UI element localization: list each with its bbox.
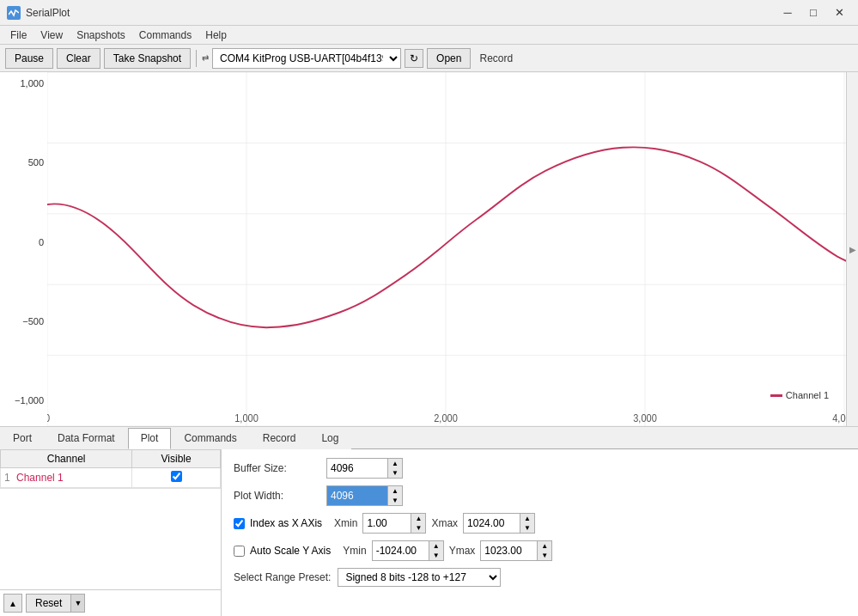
side-panel-toggle[interactable]: ▶ — [846, 72, 858, 426]
y-label-n500: −500 — [0, 317, 44, 326]
channel-name: Channel 1 — [16, 472, 64, 484]
reset-area: ▲ Reset ▼ — [0, 589, 221, 616]
ymax-label: Ymax — [449, 545, 476, 557]
xmax-spinners: ▲ ▼ — [520, 514, 534, 533]
panel-content: Channel Visible 1 Channel 1 — [0, 449, 858, 616]
ymin-up[interactable]: ▲ — [429, 541, 443, 551]
ymax-down[interactable]: ▼ — [538, 551, 551, 560]
close-button[interactable]: ✕ — [827, 4, 851, 21]
svg-text:2,000: 2,000 — [434, 412, 458, 423]
tab-data-format[interactable]: Data Format — [45, 428, 128, 449]
y-label-0: 0 — [0, 238, 44, 247]
reset-dropdown-arrow[interactable]: ▼ — [70, 595, 84, 612]
tab-plot[interactable]: Plot — [128, 428, 172, 449]
ymax-input-group: 1023.00 ▲ ▼ — [480, 540, 552, 561]
chart-canvas: 0 1,000 2,000 3,000 4,000 Channel 1 — [47, 72, 846, 426]
svg-text:4,000: 4,000 — [832, 412, 846, 423]
toolbar: Pause Clear Take Snapshot ⇄ COM4 KitProg… — [0, 45, 858, 72]
svg-text:1,000: 1,000 — [234, 412, 259, 423]
pause-button[interactable]: Pause — [5, 48, 53, 69]
buffer-size-down[interactable]: ▼ — [388, 468, 402, 478]
port-selector: ⇄ COM4 KitProg USB-UART[04b4f139] — [202, 48, 401, 69]
xmax-up[interactable]: ▲ — [520, 514, 534, 523]
y-axis: 1,000 500 0 −500 −1,000 — [0, 72, 47, 426]
plot-area: 1,000 500 0 −500 −1,000 — [0, 72, 858, 427]
ymin-spinners: ▲ ▼ — [429, 541, 443, 560]
xmin-input[interactable]: 1.00 — [363, 514, 411, 533]
port-dropdown[interactable]: COM4 KitProg USB-UART[04b4f139] — [212, 48, 401, 69]
plot-width-row: Plot Width: 4096 ▲ ▼ — [234, 485, 846, 506]
range-preset-select[interactable]: Signed 8 bits -128 to +127 Unsigned 8 bi… — [338, 568, 501, 587]
channel-visible-checkbox[interactable] — [171, 471, 182, 482]
ymin-input[interactable]: -1024.00 — [373, 541, 429, 560]
open-button[interactable]: Open — [427, 48, 471, 69]
index-as-x-label: Index as X AXis — [250, 517, 322, 529]
table-row: 1 Channel 1 — [1, 468, 221, 488]
plot-width-input-group: 4096 ▲ ▼ — [326, 485, 403, 506]
ymax-spinners: ▲ ▼ — [537, 541, 551, 560]
ymin-down[interactable]: ▼ — [429, 551, 443, 560]
refresh-button[interactable]: ↻ — [405, 49, 423, 68]
ymin-input-group: -1024.00 ▲ ▼ — [372, 540, 444, 561]
tab-record[interactable]: Record — [250, 428, 309, 449]
xmax-input-group: 1024.00 ▲ ▼ — [463, 513, 535, 534]
buffer-size-row: Buffer Size: 4096 ▲ ▼ — [234, 458, 846, 479]
ymax-up[interactable]: ▲ — [538, 541, 551, 551]
svg-text:3,000: 3,000 — [633, 412, 657, 423]
svg-text:0: 0 — [47, 412, 50, 423]
plot-width-spinners: ▲ ▼ — [387, 486, 402, 505]
tab-port[interactable]: Port — [0, 428, 45, 449]
buffer-size-up[interactable]: ▲ — [388, 459, 402, 468]
col-header-channel: Channel — [1, 450, 132, 468]
preset-label: Select Range Preset: — [234, 571, 331, 583]
menu-view[interactable]: View — [33, 27, 70, 43]
separator — [196, 50, 197, 67]
plot-width-input[interactable]: 4096 — [327, 486, 387, 505]
xmax-down[interactable]: ▼ — [520, 523, 534, 533]
xmin-input-group: 1.00 ▲ ▼ — [362, 513, 426, 534]
buffer-size-input[interactable]: 4096 — [327, 459, 387, 478]
auto-scale-checkbox[interactable] — [234, 546, 245, 557]
plot-width-label: Plot Width: — [234, 490, 319, 502]
y-label-n1000: −1,000 — [0, 396, 44, 406]
buffer-size-input-group: 4096 ▲ ▼ — [326, 458, 403, 479]
maximize-button[interactable]: □ — [801, 4, 825, 21]
plot-width-up[interactable]: ▲ — [388, 486, 402, 496]
main-content: 1,000 500 0 −500 −1,000 — [0, 72, 858, 616]
menu-file[interactable]: File — [3, 27, 33, 43]
y-label-500: 500 — [0, 158, 44, 168]
channel-table: Channel Visible 1 Channel 1 — [0, 449, 221, 488]
channel-table-area: Channel Visible 1 Channel 1 — [0, 449, 222, 616]
col-header-visible: Visible — [132, 450, 221, 468]
tab-log[interactable]: Log — [308, 428, 351, 449]
port-icon: ⇄ — [202, 53, 209, 63]
xmin-label: Xmin — [334, 517, 357, 529]
app-title: SerialPlot — [26, 7, 70, 19]
reset-button[interactable]: Reset — [27, 595, 70, 612]
minimize-button[interactable]: ─ — [776, 4, 800, 21]
chart-svg: 0 1,000 2,000 3,000 4,000 — [47, 72, 846, 426]
snapshot-button[interactable]: Take Snapshot — [104, 48, 191, 69]
legend-label: Channel 1 — [786, 390, 829, 400]
menu-help[interactable]: Help — [198, 27, 234, 43]
buffer-size-spinners: ▲ ▼ — [387, 459, 402, 478]
clear-button[interactable]: Clear — [57, 48, 100, 69]
auto-scale-label: Auto Scale Y Axis — [250, 545, 331, 557]
ymin-label: Ymin — [343, 545, 366, 557]
menu-commands[interactable]: Commands — [132, 27, 198, 43]
xmax-input[interactable]: 1024.00 — [464, 514, 520, 533]
titlebar: SerialPlot ─ □ ✕ — [0, 0, 858, 26]
index-as-x-checkbox[interactable] — [234, 518, 245, 529]
ymax-input[interactable]: 1023.00 — [481, 541, 537, 560]
menu-snapshots[interactable]: Snapshots — [70, 27, 132, 43]
tab-commands[interactable]: Commands — [171, 428, 249, 449]
plot-width-down[interactable]: ▼ — [388, 496, 402, 505]
scroll-up-button[interactable]: ▲ — [3, 594, 22, 613]
xmin-up[interactable]: ▲ — [411, 514, 425, 523]
xmin-spinners: ▲ ▼ — [411, 514, 425, 533]
menubar: File View Snapshots Commands Help — [0, 26, 858, 45]
range-preset-row: Select Range Preset: Signed 8 bits -128 … — [234, 568, 846, 587]
row-num: 1 — [4, 472, 10, 484]
y-label-1000: 1,000 — [0, 79, 44, 88]
xmin-down[interactable]: ▼ — [411, 523, 425, 533]
